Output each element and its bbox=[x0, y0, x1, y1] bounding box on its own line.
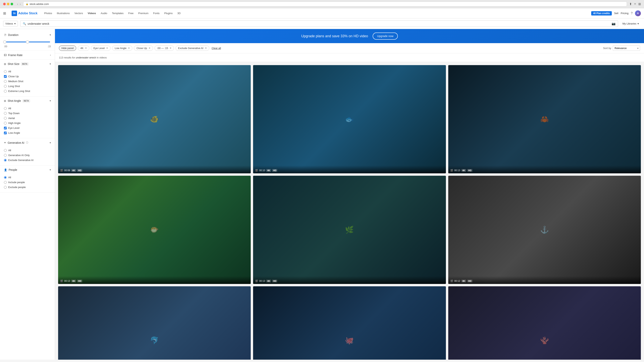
sell-link[interactable]: Sell bbox=[614, 12, 618, 15]
shot-size-option-all[interactable]: All bbox=[4, 69, 51, 74]
url-bar[interactable]: 🔒 stock.adobe.com bbox=[23, 1, 627, 6]
help-icon[interactable]: ? bbox=[631, 11, 632, 15]
nav-3d[interactable]: 3D bbox=[175, 10, 182, 16]
chip-close-up-remove-icon[interactable]: ✕ bbox=[149, 47, 150, 49]
upgrade-now-button[interactable]: Upgrade now bbox=[373, 32, 398, 40]
tabs-icon[interactable]: ⊞ bbox=[638, 2, 641, 6]
search-type-dropdown[interactable]: Videos ▾ bbox=[3, 21, 18, 26]
shot-angle-option-eye-level[interactable]: Eye Level bbox=[4, 126, 51, 130]
shot-angle-option-low-angle[interactable]: Low Angle bbox=[4, 130, 51, 135]
results-info: 113 results for underwater wreck in vide… bbox=[55, 53, 644, 62]
video-thumbnail-overlay-7: 🐬 bbox=[58, 286, 251, 360]
video-card-5[interactable]: 🌿 🎬 00:13 4K HD bbox=[253, 176, 446, 284]
search-input-wrapper: 🔍 📷 bbox=[20, 20, 618, 27]
video-meta-3: 🎬 00:13 4K HD bbox=[450, 169, 472, 172]
chip-eye-level-remove-icon[interactable]: ✕ bbox=[106, 47, 108, 49]
nav-videos[interactable]: Videos bbox=[86, 10, 98, 16]
user-avatar[interactable]: A bbox=[635, 10, 641, 16]
video-card-8[interactable]: 🐙 🎬 00:14 4K HD bbox=[253, 286, 446, 360]
shot-size-option-long-shot[interactable]: Long Shot bbox=[4, 84, 51, 89]
video-card-3[interactable]: 🦀 🎬 00:13 4K HD bbox=[448, 65, 641, 173]
gen-ai-option-only[interactable]: Generative AI Only bbox=[4, 153, 51, 158]
shot-angle-header[interactable]: ⊞ Shot Angle BETA ▾ bbox=[0, 96, 55, 105]
range-thumb-left[interactable] bbox=[3, 40, 6, 43]
forward-button[interactable]: › bbox=[20, 2, 20, 6]
gen-ai-option-all[interactable]: All bbox=[4, 148, 51, 153]
video-card-9[interactable]: 🪸 🎬 00:09 4K HD bbox=[448, 286, 641, 360]
video-card-2[interactable]: 🐟 🎬 00:10 4K HD bbox=[253, 65, 446, 173]
chip-4k-remove-icon[interactable]: ✕ bbox=[85, 47, 87, 49]
upgrade-banner: Upgrade plans and save 33% on HD video U… bbox=[55, 29, 644, 43]
shot-size-option-extreme-long-shot[interactable]: Extreme Long Shot bbox=[4, 89, 51, 94]
chip-low-angle[interactable]: Low Angle ✕ bbox=[112, 45, 132, 51]
video-camera-icon-4: 🎬 bbox=[60, 280, 63, 282]
maximize-window-button[interactable] bbox=[10, 3, 13, 5]
chip-eye-level[interactable]: Eye Level ✕ bbox=[91, 45, 110, 51]
range-thumb-right[interactable] bbox=[26, 40, 29, 43]
nav-free[interactable]: Free bbox=[126, 10, 136, 16]
people-option-exclude[interactable]: Exclude people bbox=[4, 185, 51, 190]
shot-size-header[interactable]: ⊞ Shot Size BETA ▾ bbox=[0, 60, 55, 68]
shot-angle-option-top-down[interactable]: Top Down bbox=[4, 111, 51, 116]
nav-photos[interactable]: Photos bbox=[42, 10, 54, 16]
nav-templates[interactable]: Templates bbox=[110, 10, 126, 16]
video-meta-5: 🎬 00:13 4K HD bbox=[255, 280, 277, 282]
nav-fonts[interactable]: Fonts bbox=[151, 10, 162, 16]
chip-low-angle-remove-icon[interactable]: ✕ bbox=[128, 47, 130, 49]
browser-window-controls bbox=[3, 3, 13, 5]
video-camera-icon-2: 🎬 bbox=[255, 169, 258, 172]
chip-4k[interactable]: 4K ✕ bbox=[78, 45, 89, 51]
nav-plugins[interactable]: Plugins bbox=[162, 10, 175, 16]
chip-duration[interactable]: :00 — :15 ✕ bbox=[154, 45, 174, 51]
video-hd-3: HD bbox=[467, 169, 472, 172]
new-tab-icon[interactable]: + bbox=[634, 2, 636, 6]
duration-header[interactable]: ⏱ Duration ▾ bbox=[0, 31, 55, 39]
shot-angle-option-all[interactable]: All bbox=[4, 106, 51, 111]
shot-angle-option-aerial[interactable]: Aerial bbox=[4, 116, 51, 121]
close-window-button[interactable] bbox=[3, 3, 6, 5]
generative-ai-info-icon[interactable]: ⓘ bbox=[26, 141, 28, 144]
search-input[interactable] bbox=[28, 22, 612, 25]
minimize-window-button[interactable] bbox=[7, 3, 10, 5]
nav-vectors[interactable]: Vectors bbox=[72, 10, 85, 16]
generative-ai-header[interactable]: ✦ Generative AI ⓘ ▾ bbox=[0, 138, 55, 147]
video-card-1[interactable]: 🐠 🎬 00:08 4K HD bbox=[58, 65, 251, 173]
video-thumbnail-overlay-3: 🦀 bbox=[448, 65, 641, 173]
video-card-6[interactable]: ⚓ 🎬 00:12 4K HD bbox=[448, 176, 641, 284]
shot-angle-eye-level-label: Eye Level bbox=[8, 127, 20, 129]
gen-ai-option-exclude[interactable]: Exclude Generative AI bbox=[4, 158, 51, 163]
video-thumbnail-overlay-6: ⚓ bbox=[448, 176, 641, 284]
people-header[interactable]: 👤 People ▾ bbox=[0, 166, 55, 174]
pricing-link[interactable]: Pricing bbox=[621, 12, 628, 15]
clear-all-button[interactable]: Clear all bbox=[212, 47, 221, 50]
shot-size-option-close-up[interactable]: Close Up bbox=[4, 74, 51, 79]
chip-close-up[interactable]: Close Up ✕ bbox=[134, 45, 153, 51]
video-gradient-1 bbox=[58, 166, 251, 173]
app-grid-icon[interactable]: ⊞ bbox=[3, 11, 6, 15]
nav-audio[interactable]: Audio bbox=[99, 10, 109, 16]
shot-size-option-medium-shot[interactable]: Medium Shot bbox=[4, 79, 51, 84]
sort-select[interactable]: Relevance Newest Oldest Most Downloaded bbox=[613, 45, 640, 51]
shot-angle-body: All Top Down Aerial High Angle Eye Level bbox=[0, 105, 55, 138]
share-icon[interactable]: ⬆ bbox=[629, 2, 632, 6]
hide-panel-chip[interactable]: Hide panel bbox=[59, 45, 76, 51]
frame-rate-header[interactable]: 🎞 Frame Rate ‹ bbox=[0, 51, 55, 59]
back-button[interactable]: ‹ bbox=[17, 2, 18, 6]
people-option-all[interactable]: All bbox=[4, 175, 51, 180]
nav-illustrations[interactable]: Illustrations bbox=[55, 10, 72, 16]
shot-angle-option-high-angle[interactable]: High Angle bbox=[4, 121, 51, 126]
people-option-include[interactable]: Include people bbox=[4, 180, 51, 185]
visual-search-icon[interactable]: 📷 bbox=[612, 22, 616, 25]
video-card-4[interactable]: 🐡 🎬 00:13 4K HD bbox=[58, 176, 251, 284]
my-libraries-button[interactable]: My Libraries ▾ bbox=[620, 21, 641, 26]
video-card-7[interactable]: 🐬 🎬 00:11 4K HD bbox=[58, 286, 251, 360]
chip-exclude-gen-ai-remove-icon[interactable]: ✕ bbox=[205, 47, 207, 49]
plan-credits-button[interactable]: 40 Plan credits bbox=[591, 11, 612, 15]
sidebar-panel: ⏱ Duration ▾ :00 :15 bbox=[0, 29, 55, 360]
shot-angle-icon: ⊞ bbox=[4, 99, 6, 102]
nav-premium[interactable]: Premium bbox=[136, 10, 150, 16]
chip-exclude-gen-ai-label: Exclude Generative AI bbox=[178, 47, 204, 50]
chip-duration-remove-icon[interactable]: ✕ bbox=[170, 47, 172, 49]
range-min-label: :00 bbox=[4, 45, 7, 48]
chip-exclude-gen-ai[interactable]: Exclude Generative AI ✕ bbox=[176, 45, 209, 51]
